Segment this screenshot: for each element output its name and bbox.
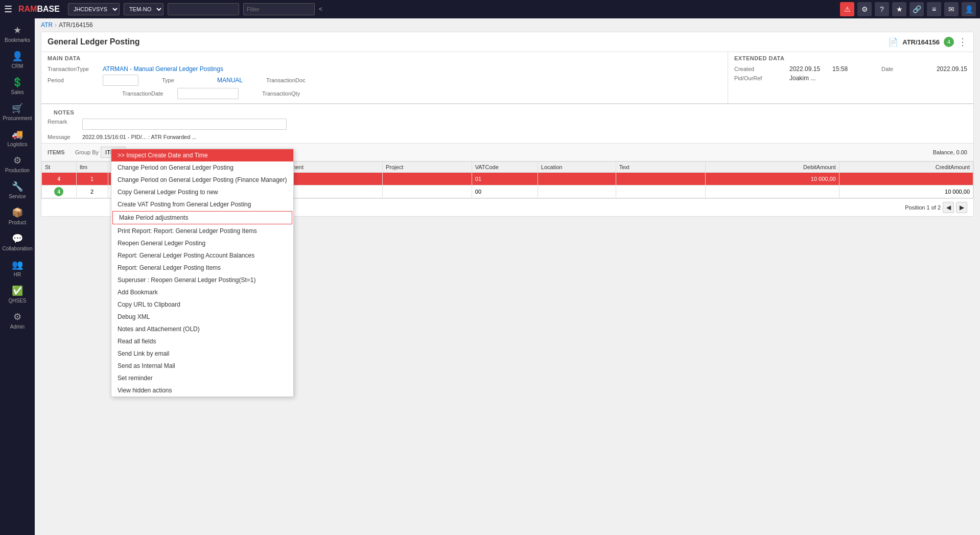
sidebar-item-bookmarks[interactable]: ★ Bookmarks bbox=[1, 21, 34, 46]
context-menu-item[interactable]: Add Bookmark bbox=[111, 286, 293, 298]
context-menu-item[interactable]: Report: General Ledger Posting Items bbox=[111, 262, 293, 274]
col-vatcode: VATCode bbox=[472, 162, 538, 173]
hamburger-menu[interactable]: ☰ bbox=[4, 4, 12, 15]
sidebar-item-logistics[interactable]: 🚚 Logistics bbox=[1, 126, 34, 151]
transaction-date-input[interactable]: 2022.09.15 bbox=[177, 88, 239, 99]
remark-row: Remark bbox=[48, 118, 967, 131]
module-select[interactable]: TEM-NO bbox=[124, 3, 164, 15]
context-menu-item[interactable]: Change Period on General Ledger Posting bbox=[111, 161, 293, 174]
sidebar-item-admin[interactable]: ⚙ Admin bbox=[1, 308, 34, 333]
sidebar-item-collaboration[interactable]: 💬 Collaboration bbox=[1, 230, 34, 255]
context-menu-item[interactable]: Create VAT Posting from General Ledger P… bbox=[111, 198, 293, 211]
sidebar-label-production: Production bbox=[5, 168, 30, 174]
company-select[interactable]: JHCDEVSYS bbox=[68, 3, 120, 15]
context-menu-item[interactable]: Send as Internal Mail bbox=[111, 360, 293, 372]
transaction-date-label: TransactionDate bbox=[122, 90, 173, 97]
remark-input[interactable] bbox=[82, 119, 287, 130]
context-menu-item[interactable]: Print Report: Report: General Ledger Pos… bbox=[111, 225, 293, 237]
user-icon[interactable]: 👤 bbox=[962, 2, 976, 16]
pid-row: Pid/OurRef Joakim ... bbox=[734, 75, 967, 82]
context-menu-item[interactable]: Report: General Ledger Posting Account B… bbox=[111, 249, 293, 262]
items-label: ITEMS bbox=[48, 149, 65, 155]
period-row: Period 202208 Type MANUAL TransactionDoc bbox=[48, 75, 721, 86]
context-menu-item[interactable]: >> Inspect Create Date and Time bbox=[111, 149, 293, 161]
context-menu-item[interactable]: Debug XML bbox=[111, 311, 293, 323]
card-menu-dots[interactable]: ⋮ bbox=[958, 36, 967, 48]
sidebar-item-crm[interactable]: 👤 CRM bbox=[1, 48, 34, 73]
star-icon[interactable]: ★ bbox=[892, 2, 906, 16]
cell-vatcode: 00 bbox=[472, 185, 538, 198]
context-menu-item[interactable]: Read all fields bbox=[111, 335, 293, 347]
context-menu-item[interactable]: Change Period on General Ledger Posting … bbox=[111, 174, 293, 186]
sidebar-item-hr[interactable]: 👥 HR bbox=[1, 256, 34, 281]
sidebar-item-qhses[interactable]: ✅ QHSES bbox=[1, 282, 34, 307]
cell-project bbox=[382, 185, 472, 198]
transaction-type-row: TransactionType ATRMAN - Manual General … bbox=[48, 65, 721, 73]
pagination-prev[interactable]: ◀ bbox=[943, 202, 954, 213]
link-icon[interactable]: 🔗 bbox=[909, 2, 924, 16]
breadcrumb-parent[interactable]: ATR bbox=[41, 21, 53, 29]
created-date: 2022.09.15 bbox=[789, 65, 820, 73]
transaction-date-row: TransactionDate 2022.09.15 TransactionQt… bbox=[48, 88, 721, 99]
cell-text bbox=[616, 185, 705, 198]
sidebar-item-service[interactable]: 🔧 Service bbox=[1, 178, 34, 203]
cell-debit bbox=[705, 185, 839, 198]
cell-itm: 1 bbox=[76, 173, 108, 185]
context-menu-item[interactable]: Superuser : Reopen General Ledger Postin… bbox=[111, 274, 293, 286]
sidebar-item-product[interactable]: 📦 Product bbox=[1, 204, 34, 229]
filter-input[interactable] bbox=[243, 3, 315, 15]
balance-value: 0.00 bbox=[956, 149, 967, 155]
extended-data-fields: Created 2022.09.15 15:58 Date 2022.09.15… bbox=[728, 63, 973, 86]
collaboration-icon: 💬 bbox=[12, 233, 23, 244]
date-label: Date bbox=[881, 66, 932, 72]
context-menu-item[interactable]: Copy General Ledger Posting to new bbox=[111, 186, 293, 198]
app-logo: RAMBASE bbox=[18, 5, 60, 14]
topbar: ☰ RAMBASE JHCDEVSYS TEM-NO atr/164156 < … bbox=[0, 0, 980, 18]
col-credit: CreditAmount bbox=[839, 162, 973, 173]
pagination-next[interactable]: ▶ bbox=[956, 202, 967, 213]
doc-ref-input[interactable]: atr/164156 bbox=[168, 3, 239, 15]
sidebar: ★ Bookmarks 👤 CRM 💲 Sales 🛒 Procurement … bbox=[0, 18, 35, 535]
list-icon[interactable]: ≡ bbox=[927, 2, 941, 16]
created-row: Created 2022.09.15 15:58 Date 2022.09.15 bbox=[734, 65, 967, 73]
content-area: ATR › ATR/164156 General Ledger Posting … bbox=[35, 18, 980, 535]
cell-credit: 10 000,00 bbox=[839, 185, 973, 198]
context-menu-item[interactable]: Set reminder bbox=[111, 372, 293, 384]
balance-label: Balance, bbox=[933, 149, 955, 155]
crm-icon: 👤 bbox=[12, 51, 23, 62]
extended-data-section: EXTENDED DATA Created 2022.09.15 15:58 D… bbox=[728, 52, 973, 103]
context-menu-item[interactable]: Reopen General Ledger Posting bbox=[111, 237, 293, 249]
alert-icon[interactable]: ⚠ bbox=[840, 2, 854, 16]
context-menu-item[interactable]: Notes and Attachement (OLD) bbox=[111, 323, 293, 335]
pid-value: Joakim ... bbox=[789, 75, 815, 82]
sidebar-item-procurement[interactable]: 🛒 Procurement bbox=[1, 100, 34, 125]
transaction-doc-label: TransactionDoc bbox=[266, 77, 317, 83]
card-header-right: 📄 ATR/164156 4 ⋮ bbox=[888, 36, 967, 48]
qhses-icon: ✅ bbox=[12, 285, 23, 296]
help-icon[interactable]: ? bbox=[875, 2, 889, 16]
message-label: Message bbox=[48, 134, 78, 140]
cell-location bbox=[538, 173, 616, 185]
main-data-label: MAIN DATA bbox=[41, 52, 728, 63]
cell-credit bbox=[839, 173, 973, 185]
sidebar-item-production[interactable]: ⚙ Production bbox=[1, 152, 34, 177]
cell-text bbox=[616, 173, 705, 185]
bookmarks-icon: ★ bbox=[13, 25, 21, 36]
settings-icon[interactable]: ⚙ bbox=[857, 2, 872, 16]
sidebar-item-sales[interactable]: 💲 Sales bbox=[1, 74, 34, 99]
data-sections: MAIN DATA TransactionType ATRMAN - Manua… bbox=[41, 52, 973, 104]
filter-toggle[interactable]: < bbox=[319, 6, 322, 13]
mail-icon[interactable]: ✉ bbox=[944, 2, 959, 16]
period-input[interactable]: 202208 bbox=[103, 75, 138, 86]
notes-section: NOTES Remark Message 2022.09.15/16:01 - … bbox=[41, 104, 973, 143]
period-label: Period bbox=[48, 77, 99, 83]
context-menu-item[interactable]: Make Period adjustments bbox=[112, 211, 292, 224]
context-menu-item[interactable]: View hidden actions bbox=[111, 384, 293, 397]
context-menu-item[interactable]: Copy URL to Clipboard bbox=[111, 298, 293, 311]
transaction-type-label: TransactionType bbox=[48, 66, 99, 72]
product-icon: 📦 bbox=[12, 207, 23, 218]
date-value: 2022.09.15 bbox=[937, 65, 967, 73]
context-menu-item[interactable]: Send Link by email bbox=[111, 347, 293, 360]
production-icon: ⚙ bbox=[13, 155, 21, 166]
sidebar-label-product: Product bbox=[9, 220, 26, 226]
